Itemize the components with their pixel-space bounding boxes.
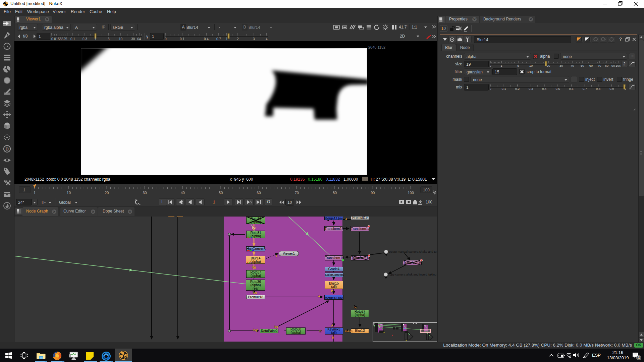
svg-text:10: 10	[119, 37, 123, 41]
svg-text:30: 30	[143, 191, 147, 195]
svg-text:0.4: 0.4	[542, 87, 546, 90]
svg-text:50: 50	[219, 191, 223, 195]
svg-text:70: 70	[295, 191, 299, 195]
svg-text:80: 80	[333, 191, 337, 195]
svg-text:0.7: 0.7	[583, 87, 587, 90]
svg-text:40: 40	[571, 64, 574, 67]
svg-text:5: 5	[517, 64, 519, 67]
svg-text:1: 1	[500, 64, 502, 67]
svg-text:100: 100	[408, 191, 414, 195]
svg-text:30: 30	[131, 37, 135, 41]
svg-text:1: 1	[34, 191, 36, 195]
svg-text:0.1: 0.1	[502, 87, 506, 90]
svg-text:20: 20	[547, 64, 550, 67]
svg-text:0.5: 0.5	[555, 87, 560, 90]
svg-text:1: 1	[35, 184, 36, 185]
svg-text:0.1: 0.1	[180, 37, 184, 41]
svg-text:D: D	[6, 146, 9, 152]
svg-text:2: 2	[237, 37, 239, 41]
svg-text:0.0155625: 0.0155625	[51, 37, 67, 41]
svg-text:0: 0	[490, 64, 491, 67]
svg-text:60: 60	[257, 191, 261, 195]
svg-text:40: 40	[181, 191, 185, 195]
svg-text:0.1: 0.1	[70, 37, 75, 41]
svg-text:3: 3	[108, 37, 110, 41]
svg-text:80: 80	[605, 64, 609, 67]
svg-text:0.3: 0.3	[83, 37, 87, 41]
svg-text:0.6: 0.6	[569, 87, 574, 90]
svg-text:0.9: 0.9	[609, 87, 614, 90]
svg-text:10: 10	[529, 64, 533, 67]
svg-text:30: 30	[559, 64, 563, 67]
svg-text:1: 1	[95, 37, 97, 41]
svg-text:50: 50	[581, 64, 584, 67]
svg-text:20: 20	[105, 191, 109, 195]
svg-text:10: 10	[67, 191, 71, 195]
svg-text:0: 0	[490, 87, 491, 90]
svg-text:0.4: 0.4	[204, 37, 209, 41]
svg-text:90: 90	[611, 64, 615, 67]
svg-text:100: 100	[615, 64, 621, 67]
svg-text:70: 70	[598, 64, 601, 67]
svg-text:90: 90	[371, 191, 375, 195]
svg-text:60: 60	[589, 64, 593, 67]
svg-text:0.3: 0.3	[529, 87, 533, 90]
svg-text:0.8: 0.8	[596, 87, 600, 90]
svg-text:0.7: 0.7	[216, 37, 221, 41]
svg-text:0: 0	[165, 37, 167, 41]
svg-text:3: 3	[253, 37, 255, 41]
svg-text:64: 64	[137, 37, 141, 41]
svg-text:1: 1	[226, 37, 228, 41]
svg-text:0.2: 0.2	[515, 87, 520, 90]
svg-text:4: 4	[266, 37, 268, 41]
